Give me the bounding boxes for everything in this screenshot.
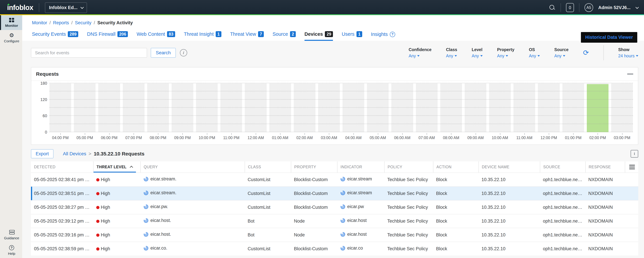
x-axis-tick-label: 08:00 AM [440,133,462,140]
table-row[interactable]: 05-05-2025 02:38:27 pm UTCHigheicar.pw.C… [31,200,638,214]
table-row[interactable]: 05-05-2025 02:38:59 pm UTCHigheicar.co.C… [31,242,638,255]
tab-label: DNS Firewall [87,31,116,37]
all-devices-link[interactable]: All Devices [63,151,86,157]
tab-threat-insight[interactable]: Threat Insight1 [184,31,222,41]
indicator-text: eicar.pw [347,204,364,209]
user-name[interactable]: Admin 52VJ6... [598,5,630,10]
global-search-icon[interactable] [549,4,556,11]
tab-devices[interactable]: Devices29 [304,31,333,41]
column-header-class[interactable]: CLASS [244,161,291,173]
filter-label: Source [554,47,569,52]
chart-band [294,83,316,132]
help-circle-icon[interactable]: ? [390,32,395,37]
tab-security-events[interactable]: Security Events289 [32,31,78,41]
filter-property: PropertyAny [497,47,514,58]
filter-value-dropdown[interactable]: Any [529,53,540,58]
cell-threat-level: High [93,191,140,196]
search-input[interactable] [31,48,147,58]
chart-band [123,83,144,132]
chart-band [172,83,193,132]
events-table: DETECTEDTHREAT LEVELQUERYCLASSPROPERTYIN… [31,161,638,255]
filter-value-dropdown[interactable]: Any [446,53,457,58]
top-bar: infoblox Infoblox Ed... 0 A5 Admin 52VJ6… [0,0,644,15]
y-axis-tick-label: 60 [42,113,47,118]
cell-detected: 05-05-2025 02:38:41 pm UTC [31,177,93,182]
sidebar-item-monitor[interactable]: Monitor [0,15,22,30]
cell-action: Block [433,205,478,210]
tab-insights[interactable]: Insights? [371,32,395,41]
threat-level-label: High [101,232,110,237]
breadcrumb-link[interactable]: Monitor [32,20,47,26]
tab-source[interactable]: Source2 [272,31,296,41]
column-header-detected[interactable]: DETECTED [31,161,93,173]
x-axis-tick-label: 06:00 PM [98,133,120,140]
filter-source: SourceAny [554,47,569,58]
caret-down-icon [417,55,420,57]
tab-dns-firewall[interactable]: DNS Firewall206 [87,31,128,41]
collapse-chart-icon[interactable] [627,74,633,75]
chevron-down-icon [80,6,84,9]
sidebar-item-configure[interactable]: ⚙Configure [0,30,22,46]
column-header-source[interactable]: SOURCE [540,161,585,173]
filter-value-dropdown[interactable]: Any [554,53,569,58]
sidebar-item-help[interactable]: ?Help [0,242,22,258]
x-axis-tick-label: 10:00 AM [489,133,511,140]
notification-counter[interactable]: 0 [566,3,574,12]
breadcrumb-link[interactable]: Reports [53,20,69,26]
tab-label: Security Events [32,31,66,37]
chart-band [147,83,169,132]
gear-icon: ⚙ [9,33,14,38]
chart-gridline [50,123,633,124]
column-header-action[interactable]: ACTION [433,161,478,173]
x-axis-tick-label: 12:00 AM [245,133,266,140]
breadcrumb: Monitor/Reports/Security/Security Activi… [32,20,638,26]
column-menu-icon[interactable] [629,165,635,169]
table-row[interactable]: 05-05-2025 02:38:41 pm UTCHigheicar.stre… [31,173,638,186]
query-text: eicar.stream. [150,190,176,195]
table-row[interactable]: 05-05-2025 02:38:51 pm UTCHigheicar.stre… [31,186,638,200]
tab-label: Users [342,31,354,37]
filter-value-dropdown[interactable]: Any [472,53,483,58]
column-header-indicator[interactable]: INDICATOR [337,161,384,173]
table-row[interactable]: 05-05-2025 02:39:16 pm UTCHigheicar.host… [31,228,638,242]
column-header-response[interactable]: RESPONSE [585,161,625,173]
filter-value-dropdown[interactable]: Any [409,53,432,58]
column-header-property[interactable]: PROPERTY [291,161,337,173]
chart-band [367,83,388,132]
tab-threat-view[interactable]: Threat View7 [230,31,264,41]
cell-threat-level: High [93,232,140,238]
app-selector-dropdown[interactable]: Infoblox Ed... [45,2,87,13]
export-button[interactable]: Export [31,149,54,158]
indicator-swirl-icon [143,245,149,251]
chart-band [489,83,511,132]
indicator-swirl-icon [340,245,346,251]
column-header-policy[interactable]: POLICY [384,161,433,173]
column-header-threat-level[interactable]: THREAT LEVEL [93,161,140,173]
filter-value-dropdown[interactable]: Any [497,53,514,58]
tab-count-badge: 289 [68,31,78,37]
user-menu-chevron-icon[interactable] [636,6,639,9]
threat-level-label: High [101,191,110,196]
logo-text: infoblox [7,4,33,12]
user-avatar[interactable]: A5 [584,3,593,12]
table-row[interactable]: 05-05-2025 02:39:12 pm UTCHigheicar.host… [31,214,638,228]
column-header-label: CLASS [248,165,261,169]
sidebar-item-guidance[interactable]: Guidance [0,227,22,242]
chart-band [465,83,486,132]
historical-data-viewer-button[interactable]: Historical Data Viewer [581,32,637,43]
info-panel-toggle-icon[interactable]: i [630,150,638,158]
search-info-icon[interactable]: i [180,49,187,57]
filter-value-dropdown[interactable]: 24 hours [618,53,638,58]
cell-action: Block [433,177,478,182]
column-header-device-name[interactable]: DEVICE NAME [478,161,540,173]
infoblox-logo[interactable]: infoblox [6,4,33,12]
search-button[interactable]: Search [151,48,176,58]
filter-label: OS [529,47,540,52]
tab-users[interactable]: Users1 [342,31,362,41]
breadcrumb-link[interactable]: Security [75,20,92,26]
cell-response: NXDOMAIN [585,232,625,238]
column-header-query[interactable]: QUERY [140,161,244,173]
cell-detected: 05-05-2025 02:38:59 pm UTC [31,246,93,251]
tab-web-content[interactable]: Web Content83 [136,31,175,41]
refresh-icon[interactable]: ⟳ [583,49,589,56]
